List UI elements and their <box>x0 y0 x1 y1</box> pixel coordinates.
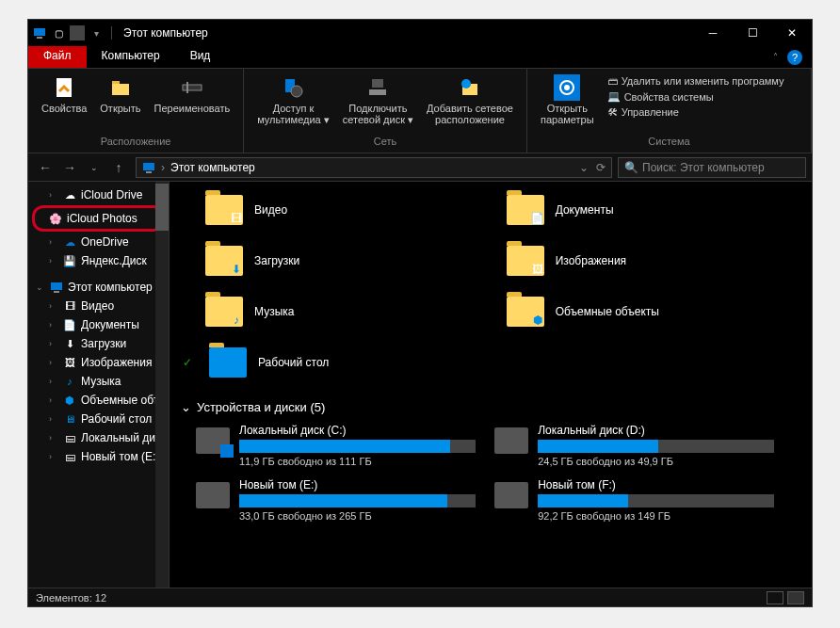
qat-props-icon[interactable]: ▢ <box>51 25 66 40</box>
desktop-icon: 🖥 <box>62 411 77 427</box>
folder-videos[interactable]: 🎞Видео <box>177 191 478 242</box>
back-button[interactable]: ← <box>34 156 57 179</box>
disk-icon <box>494 427 528 454</box>
forward-button[interactable]: → <box>58 156 81 179</box>
svg-rect-6 <box>186 82 188 93</box>
add-network-button[interactable]: Добавить сетевое расположение <box>421 72 519 127</box>
folder-icon: ⬇ <box>205 246 243 276</box>
chevron-down-icon: ⌄ <box>181 400 191 414</box>
view-large-icon[interactable] <box>787 591 804 604</box>
sidebar-icloud-drive[interactable]: ›☁iCloud Drive <box>28 185 169 204</box>
search-placeholder: Поиск: Этот компьютер <box>642 161 765 174</box>
sidebar-new-volume[interactable]: ›🖴Новый том (E: <box>28 447 169 466</box>
sidebar-3d-objects[interactable]: ›⬢Объемные объ <box>28 391 169 410</box>
disk-icon-windows <box>196 427 230 454</box>
svg-rect-18 <box>51 282 62 290</box>
disk-d[interactable]: Локальный диск (D:) 24,5 ГБ свободно из … <box>494 424 774 467</box>
ribbon-group-system: Открыть параметры 🗃Удалить или изменить … <box>527 69 812 153</box>
view-details-icon[interactable] <box>767 591 783 604</box>
ribbon-tabs: Файл Компьютер Вид ˄ ? <box>28 46 812 69</box>
sidebar-music[interactable]: ›♪Музыка <box>28 372 169 391</box>
sidebar-icloud-photos[interactable]: 🌸iCloud Photos <box>39 209 158 228</box>
qat-dropdown-icon[interactable] <box>70 25 85 40</box>
cloud-icon: ☁ <box>62 187 77 202</box>
sidebar-local-disk[interactable]: ›🖴Локальный дис <box>28 428 169 447</box>
system-properties-button[interactable]: 💻Свойства системы <box>606 89 786 104</box>
pc-breadcrumb-icon <box>142 161 155 174</box>
disk-icon: 🖴 <box>62 430 77 445</box>
tab-computer[interactable]: Компьютер <box>87 46 175 68</box>
properties-button[interactable]: Свойства <box>36 72 92 116</box>
ribbon-group-location: Свойства Открыть Переименовать Расположе… <box>28 69 244 153</box>
sidebar-scrollbar[interactable] <box>155 182 169 588</box>
status-bar: Элементов: 12 <box>28 588 812 606</box>
addr-dropdown-icon[interactable]: ⌄ <box>579 161 589 174</box>
svg-point-8 <box>291 86 302 97</box>
titlebar[interactable]: ▢ ▾ Этот компьютер ─ ☐ ✕ <box>28 20 812 46</box>
disk-icon <box>494 482 528 508</box>
svg-rect-3 <box>112 84 129 95</box>
close-button[interactable]: ✕ <box>772 20 812 46</box>
disk-c[interactable]: Локальный диск (C:) 11,9 ГБ свободно из … <box>196 424 476 467</box>
svg-rect-1 <box>37 37 42 39</box>
ribbon-group-label-network: Сеть <box>251 136 519 149</box>
up-button[interactable]: ↑ <box>107 156 130 179</box>
sidebar-downloads[interactable]: ›⬇Загрузки <box>28 334 169 353</box>
folder-pictures[interactable]: 🖼Изображения <box>478 242 780 293</box>
pc-icon-small <box>49 280 64 295</box>
item-count: Элементов: 12 <box>36 592 106 604</box>
rename-button[interactable]: Переименовать <box>149 72 236 116</box>
qat-chevron-icon[interactable]: ▾ <box>89 25 104 40</box>
disk-e[interactable]: Новый том (E:) 33,0 ГБ свободно из 265 Г… <box>196 478 476 522</box>
search-input[interactable]: 🔍 Поиск: Этот компьютер <box>618 157 806 178</box>
sidebar-videos[interactable]: ›🎞Видео <box>28 297 169 315</box>
ribbon-collapse-icon[interactable]: ˄ <box>773 52 778 62</box>
sidebar-documents[interactable]: ›📄Документы <box>28 315 169 334</box>
yandex-icon: 💾 <box>62 253 77 268</box>
properties-icon <box>51 74 77 101</box>
sidebar-this-pc[interactable]: ⌄Этот компьютер <box>28 278 169 297</box>
disk-f[interactable]: Новый том (F:) 92,2 ГБ свободно из 149 Г… <box>494 478 774 522</box>
disk-icon: 🖴 <box>62 449 77 464</box>
recent-dropdown[interactable]: ⌄ <box>83 156 105 179</box>
svg-rect-17 <box>146 171 152 173</box>
open-button[interactable]: Открыть <box>94 72 146 116</box>
folder-3d-objects[interactable]: ⬢Объемные объекты <box>478 293 780 344</box>
sidebar-pictures[interactable]: ›🖼Изображения <box>28 353 169 372</box>
3d-icon: ⬢ <box>62 393 77 408</box>
window-title: Этот компьютер <box>111 26 208 40</box>
section-disks-header[interactable]: ⌄Устройства и диски (5) <box>177 395 804 424</box>
open-settings-button[interactable]: Открыть параметры <box>535 72 600 127</box>
tab-file[interactable]: Файл <box>28 46 87 68</box>
uninstall-button[interactable]: 🗃Удалить или изменить программу <box>606 74 786 88</box>
svg-rect-0 <box>34 28 45 36</box>
nav-sidebar: ›☁iCloud Drive 🌸iCloud Photos ›☁OneDrive… <box>28 182 170 588</box>
content-area[interactable]: 🎞Видео 📄Документы ⬇Загрузки 🖼Изображения… <box>170 182 812 588</box>
address-bar[interactable]: › Этот компьютер ⌄⟳ <box>136 157 612 178</box>
sysprops-icon: 💻 <box>607 90 621 103</box>
folder-downloads[interactable]: ⬇Загрузки <box>177 242 478 293</box>
onedrive-icon: ☁ <box>62 234 77 250</box>
folder-documents[interactable]: 📄Документы <box>478 191 780 242</box>
minimize-button[interactable]: ─ <box>693 20 733 46</box>
folder-icon: 📄 <box>507 195 544 225</box>
folder-icon: 🎞 <box>205 195 243 225</box>
sidebar-onedrive[interactable]: ›☁OneDrive <box>28 233 169 251</box>
folder-desktop[interactable]: ✓Рабочий стол <box>177 344 478 395</box>
media-icon <box>280 74 306 101</box>
map-drive-button[interactable]: Подключить сетевой диск ▾ <box>337 72 419 127</box>
svg-rect-16 <box>143 163 154 170</box>
sidebar-desktop[interactable]: ›🖥Рабочий стол <box>28 410 169 428</box>
manage-button[interactable]: 🛠Управление <box>606 105 786 119</box>
tab-view[interactable]: Вид <box>175 46 226 68</box>
media-access-button[interactable]: Доступ к мультимедиа ▾ <box>251 72 335 127</box>
maximize-button[interactable]: ☐ <box>733 20 772 46</box>
help-icon[interactable]: ? <box>787 50 802 65</box>
folder-music[interactable]: ♪Музыка <box>177 293 478 344</box>
sidebar-yandex[interactable]: ›💾Яндекс.Диск <box>28 251 169 270</box>
disk-icon <box>196 482 230 508</box>
map-drive-icon <box>364 74 391 101</box>
open-icon <box>107 74 134 101</box>
downloads-icon: ⬇ <box>62 336 77 351</box>
refresh-icon[interactable]: ⟳ <box>596 161 606 174</box>
